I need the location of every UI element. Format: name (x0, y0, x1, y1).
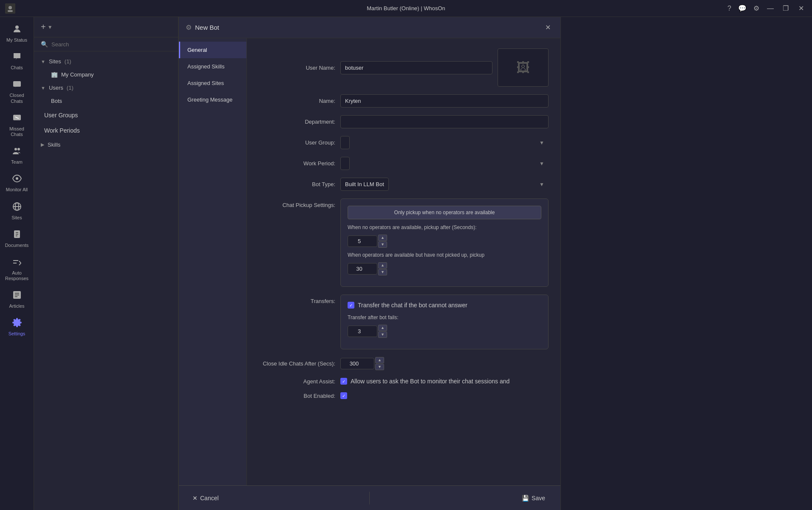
transfer-after-down-button[interactable]: ▼ (378, 332, 387, 338)
pickup-no-operators-spinner: ▲ ▼ (348, 235, 387, 248)
bot-enabled-label: Bot Enabled: (259, 393, 335, 399)
bot-type-arrow-icon: ▼ (539, 181, 544, 187)
pickup-operators-down-button[interactable]: ▼ (378, 269, 387, 275)
panel-close-button[interactable]: ✕ (542, 22, 554, 34)
sites-icon (12, 201, 22, 213)
pickup-no-operators-label: When no operators are available, pickup … (348, 224, 477, 230)
minimize-button[interactable]: — (764, 3, 776, 14)
settings-icon[interactable]: ⚙ (752, 3, 761, 14)
name-input[interactable] (340, 94, 549, 108)
sites-label: Sites (11, 215, 22, 221)
transfer-checkbox[interactable]: ✓ (348, 302, 354, 309)
bot-type-select[interactable]: Built In LLM Bot Custom Bot (340, 178, 389, 191)
pickup-operators-up-button[interactable]: ▲ (378, 262, 387, 269)
transfer-after-input[interactable] (348, 326, 377, 337)
chat-pickup-row: Chat Pickup Settings: Only pickup when n… (259, 198, 549, 287)
photo-icon: 🖼 (516, 60, 530, 76)
my-company-icon: 🏢 (51, 71, 58, 78)
close-idle-down-button[interactable]: ▼ (375, 364, 384, 370)
panel-footer: ✕ Cancel 💾 Save (179, 485, 560, 510)
nav-item-chats[interactable]: Chats (2, 48, 32, 74)
tree-section-sites[interactable]: ▼ Sites (1) (34, 55, 178, 68)
transfer-checkbox-label: Transfer the chat if the bot cannot answ… (358, 302, 467, 309)
nav-item-missed-chats[interactable]: Missed Chats (2, 109, 32, 141)
monitor-all-label: Monitor All (6, 187, 28, 193)
tree-section-users[interactable]: ▼ Users (1) (34, 81, 178, 94)
transfer-after-spinner-buttons: ▲ ▼ (378, 325, 387, 338)
cancel-icon: ✕ (192, 495, 198, 502)
nav-item-articles[interactable]: Articles (2, 286, 32, 312)
tree-item-user-groups[interactable]: User Groups (34, 108, 178, 123)
close-idle-input[interactable] (340, 358, 374, 369)
nav-item-my-status[interactable]: My Status (2, 20, 32, 46)
nav-item-documents[interactable]: Documents (2, 226, 32, 252)
pickup-operators-spinner-buttons: ▲ ▼ (378, 262, 387, 275)
tab-assigned-skills[interactable]: Assigned Skills (179, 58, 246, 75)
dropdown-icon[interactable]: ▼ (48, 24, 53, 30)
my-company-label: My Company (61, 71, 94, 78)
add-button[interactable]: + ▼ (41, 22, 53, 32)
pickup-no-operators-up-button[interactable]: ▲ (378, 235, 387, 241)
work-period-label: Work Period: (259, 160, 335, 167)
close-button[interactable]: ✕ (795, 3, 807, 14)
nav-item-monitor-all[interactable]: Monitor All (2, 170, 32, 196)
department-input[interactable] (340, 115, 549, 128)
close-idle-spinner-buttons: ▲ ▼ (375, 357, 384, 370)
tree-section-skills[interactable]: ▶ Skills (34, 138, 178, 151)
tab-general-label: General (187, 47, 207, 53)
sites-section-label: Sites (49, 58, 61, 65)
pickup-no-operators-down-button[interactable]: ▼ (378, 241, 387, 248)
sites-count: (1) (65, 58, 71, 65)
closed-chats-icon (12, 79, 22, 91)
panel-tabs: General Assigned Skills Assigned Sites G… (179, 38, 247, 485)
chat-notification-icon[interactable]: 💬 (736, 3, 748, 14)
tab-assigned-sites[interactable]: Assigned Sites (179, 75, 246, 91)
bot-enabled-checkbox[interactable]: ✓ (340, 392, 347, 399)
pickup-operators-input[interactable] (348, 263, 377, 275)
work-period-arrow-icon: ▼ (539, 161, 544, 167)
close-idle-up-button[interactable]: ▲ (375, 357, 384, 363)
save-button[interactable]: 💾 Save (515, 491, 552, 505)
search-input[interactable] (51, 41, 171, 48)
nav-item-sites[interactable]: Sites (2, 198, 32, 224)
tab-general[interactable]: General (179, 42, 246, 58)
help-icon[interactable]: ? (726, 3, 733, 14)
department-label: Department: (259, 119, 335, 125)
work-periods-label: Work Periods (44, 127, 80, 134)
pickup-no-operators-row: When no operators are available, pickup … (348, 224, 541, 230)
tree-child-my-company[interactable]: 🏢 My Company (34, 68, 178, 81)
documents-label: Documents (5, 243, 29, 248)
transfer-after-label: Transfer after bot fails: (348, 314, 399, 320)
nav-item-closed-chats[interactable]: Closed Chats (2, 76, 32, 107)
svg-point-1 (8, 6, 12, 9)
agent-assist-checkbox[interactable]: ✓ (340, 378, 347, 385)
pickup-toggle-button[interactable]: Only pickup when no operators are availa… (348, 206, 541, 219)
transfer-box: ✓ Transfer the chat if the bot cannot an… (340, 295, 549, 349)
nav-item-settings[interactable]: Settings (2, 314, 32, 340)
documents-icon (12, 229, 22, 241)
articles-label: Articles (9, 303, 24, 309)
pickup-no-operators-input[interactable] (348, 235, 377, 247)
name-label: Name: (259, 98, 335, 104)
agent-assist-checkbox-wrapper: ✓ Allow users to ask the Bot to monitor … (340, 378, 509, 385)
user-name-input[interactable] (340, 61, 492, 74)
bot-enabled-checkbox-wrapper: ✓ (340, 392, 347, 399)
tree-item-work-periods[interactable]: Work Periods (34, 123, 178, 138)
tab-greeting-message[interactable]: Greeting Message (179, 91, 246, 108)
footer-left: ✕ Cancel (187, 491, 224, 505)
user-group-select[interactable] (340, 136, 350, 149)
department-row: Department: (259, 115, 549, 128)
svg-rect-2 (8, 10, 13, 12)
chat-pickup-box: Only pickup when no operators are availa… (340, 198, 549, 287)
transfer-after-up-button[interactable]: ▲ (378, 325, 387, 331)
restore-button[interactable]: ❐ (780, 3, 792, 14)
cancel-button[interactable]: ✕ Cancel (187, 491, 224, 505)
nav-item-team[interactable]: Team (2, 142, 32, 168)
transfer-after-spinner: ▲ ▼ (348, 325, 387, 338)
panel-title: New Bot (195, 24, 538, 31)
search-box: 🔍 (34, 37, 178, 51)
settings-label: Settings (8, 331, 25, 337)
tree-child-bots[interactable]: Bots (34, 94, 178, 108)
work-period-select[interactable] (340, 157, 350, 170)
nav-item-auto-responses[interactable]: Auto Responses (2, 253, 32, 285)
